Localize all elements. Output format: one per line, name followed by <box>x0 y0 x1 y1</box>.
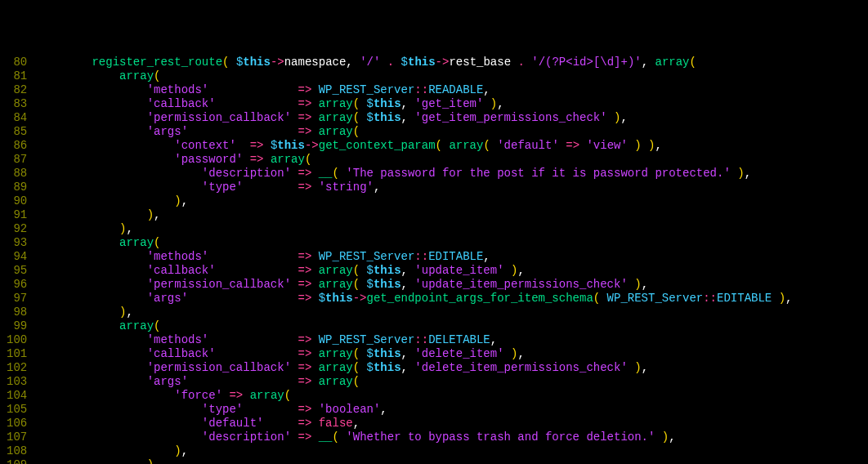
line-number: 108 <box>7 444 27 458</box>
code-line[interactable]: 'args' => array( <box>37 125 868 139</box>
line-number: 89 <box>7 181 27 194</box>
line-number: 109 <box>7 458 27 464</box>
line-number: 102 <box>7 361 27 375</box>
line-number: 94 <box>7 250 27 264</box>
code-line[interactable]: 'callback' => array( $this, 'update_item… <box>37 264 868 278</box>
code-line[interactable]: 'args' => array( <box>37 375 868 389</box>
line-number: 93 <box>7 236 27 250</box>
code-line[interactable]: 'args' => $this->get_endpoint_args_for_i… <box>37 292 868 306</box>
line-number: 106 <box>7 417 27 431</box>
code-line[interactable]: 'permission_callback' => array( $this, '… <box>37 361 868 375</box>
code-line[interactable]: 'callback' => array( $this, 'get_item' )… <box>37 97 868 111</box>
line-number: 105 <box>7 403 27 417</box>
code-line[interactable]: array( <box>37 236 868 250</box>
code-line[interactable]: ), <box>37 194 868 208</box>
line-number: 86 <box>7 139 27 153</box>
line-number: 92 <box>7 222 27 236</box>
line-number: 103 <box>7 375 27 389</box>
code-line[interactable]: ), <box>37 208 868 222</box>
code-line[interactable]: ), <box>37 306 868 319</box>
line-number-gutter: 8081828384858687888990919293949596979899… <box>0 56 37 464</box>
line-number: 82 <box>7 83 27 97</box>
code-line[interactable]: array( <box>37 69 868 83</box>
line-number: 87 <box>7 153 27 167</box>
line-number: 100 <box>7 333 27 347</box>
line-number: 107 <box>7 431 27 444</box>
code-line[interactable]: 'context' => $this->get_context_param( a… <box>37 139 868 153</box>
code-line[interactable]: ), <box>37 222 868 236</box>
code-line[interactable]: 'force' => array( <box>37 389 868 403</box>
code-line[interactable]: 'methods' => WP_REST_Server::EDITABLE, <box>37 250 868 264</box>
line-number: 101 <box>7 347 27 361</box>
line-number: 81 <box>7 69 27 83</box>
code-line[interactable]: 'permission_callback' => array( $this, '… <box>37 111 868 125</box>
code-line[interactable]: register_rest_route( $this->namespace, '… <box>37 56 868 69</box>
code-line[interactable]: 'password' => array( <box>37 153 868 167</box>
line-number: 91 <box>7 208 27 222</box>
line-number: 83 <box>7 97 27 111</box>
code-line[interactable]: 'methods' => WP_REST_Server::DELETABLE, <box>37 333 868 347</box>
code-line[interactable]: 'callback' => array( $this, 'delete_item… <box>37 347 868 361</box>
code-line[interactable]: 'permission_callback' => array( $this, '… <box>37 278 868 292</box>
code-line[interactable]: 'type' => 'boolean', <box>37 403 868 417</box>
line-number: 95 <box>7 264 27 278</box>
line-number: 98 <box>7 306 27 319</box>
code-line[interactable]: 'description' => __( 'Whether to bypass … <box>37 431 868 444</box>
line-number: 88 <box>7 167 27 181</box>
line-number: 85 <box>7 125 27 139</box>
code-line[interactable]: 'methods' => WP_REST_Server::READABLE, <box>37 83 868 97</box>
code-line[interactable]: ), <box>37 458 868 464</box>
line-number: 104 <box>7 389 27 403</box>
code-line[interactable]: 'type' => 'string', <box>37 181 868 194</box>
code-line[interactable]: 'description' => __( 'The password for t… <box>37 167 868 181</box>
code-content[interactable]: register_rest_route( $this->namespace, '… <box>37 56 868 464</box>
code-line[interactable]: array( <box>37 319 868 333</box>
line-number: 99 <box>7 319 27 333</box>
code-line[interactable]: ), <box>37 444 868 458</box>
code-line[interactable]: 'default' => false, <box>37 417 868 431</box>
line-number: 90 <box>7 194 27 208</box>
line-number: 97 <box>7 292 27 306</box>
line-number: 96 <box>7 278 27 292</box>
line-number: 84 <box>7 111 27 125</box>
code-editor[interactable]: 8081828384858687888990919293949596979899… <box>0 56 868 464</box>
line-number: 80 <box>7 56 27 69</box>
